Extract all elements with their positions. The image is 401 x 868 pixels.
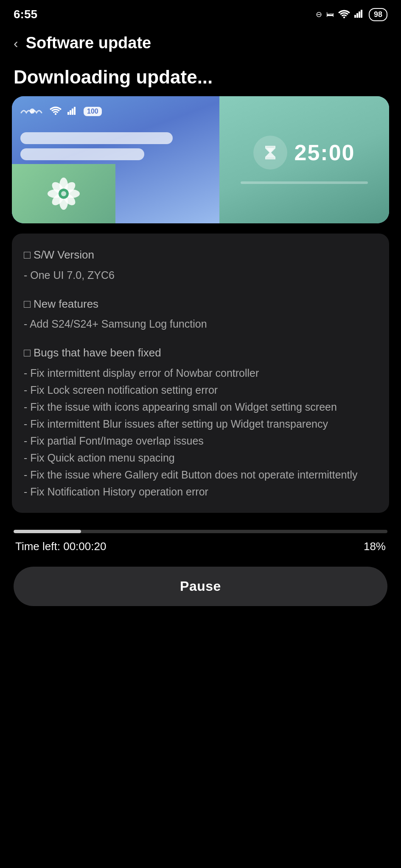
back-button[interactable]: ‹ bbox=[14, 36, 18, 50]
svg-rect-1 bbox=[354, 15, 356, 18]
sleep-icon: 🛏 bbox=[326, 10, 334, 19]
bugs-fixed-content: - Fix intermittent display error of Nowb… bbox=[24, 364, 377, 500]
svg-rect-7 bbox=[67, 112, 69, 115]
status-icons: ⊖ 🛏 98 bbox=[316, 8, 387, 21]
pause-btn-area: Pause bbox=[0, 556, 401, 626]
progress-track bbox=[14, 530, 387, 533]
svg-rect-3 bbox=[359, 11, 360, 18]
preview-flower-area bbox=[12, 164, 115, 223]
svg-point-0 bbox=[343, 16, 345, 18]
preview-top-row: 100 bbox=[20, 105, 211, 118]
svg-rect-10 bbox=[74, 107, 76, 115]
flower-icon bbox=[47, 177, 81, 211]
svg-rect-2 bbox=[356, 13, 358, 18]
preview-left: 100 bbox=[12, 96, 219, 223]
dnd-icon: ⊖ bbox=[316, 10, 322, 19]
svg-rect-4 bbox=[361, 10, 362, 18]
preview-right: 25:00 bbox=[219, 96, 389, 223]
new-features-content: - Add S24/S24+ Samsung Log function bbox=[24, 315, 377, 332]
downloading-title: Downloading update... bbox=[0, 59, 401, 96]
timer-progress-bar bbox=[241, 181, 367, 184]
svg-point-5 bbox=[30, 108, 35, 114]
wifi-icon bbox=[338, 9, 350, 20]
status-time: 6:55 bbox=[14, 8, 37, 21]
sw-version-title: □ S/W Version bbox=[24, 246, 377, 264]
battery-preview: 100 bbox=[84, 107, 102, 116]
release-section-sw-version: □ S/W Version - One UI 7.0, ZYC6 bbox=[24, 246, 377, 284]
svg-rect-8 bbox=[70, 110, 71, 115]
timer-text: 25:00 bbox=[294, 140, 355, 165]
release-section-new-features: □ New features - Add S24/S24+ Samsung Lo… bbox=[24, 295, 377, 333]
bugs-fixed-title: □ Bugs that have been fixed bbox=[24, 344, 377, 362]
hourglass-icon bbox=[262, 144, 279, 161]
samsung-wave-logo bbox=[20, 107, 44, 116]
new-features-title: □ New features bbox=[24, 295, 377, 313]
svg-point-20 bbox=[61, 191, 66, 196]
slider-bar-2 bbox=[20, 148, 144, 160]
battery-indicator: 98 bbox=[369, 8, 387, 21]
sw-version-content: - One UI 7.0, ZYC6 bbox=[24, 267, 377, 284]
svg-rect-23 bbox=[266, 158, 275, 159]
page-title: Software update bbox=[26, 34, 151, 52]
release-notes-card: □ S/W Version - One UI 7.0, ZYC6 □ New f… bbox=[12, 234, 389, 513]
pause-button[interactable]: Pause bbox=[14, 567, 387, 606]
timer-row: 25:00 bbox=[253, 136, 355, 170]
header: ‹ Software update bbox=[0, 25, 401, 59]
slider-bar-1 bbox=[20, 132, 173, 144]
svg-point-6 bbox=[55, 113, 56, 115]
signal-icon bbox=[354, 9, 365, 20]
percent-label: 18% bbox=[364, 540, 386, 553]
release-section-bugs-fixed: □ Bugs that have been fixed - Fix interm… bbox=[24, 344, 377, 500]
wifi-preview-icon bbox=[50, 105, 62, 118]
status-bar: 6:55 ⊖ 🛏 98 bbox=[0, 0, 401, 25]
preview-sliders bbox=[20, 132, 211, 160]
svg-rect-9 bbox=[72, 108, 73, 115]
timer-widget bbox=[253, 136, 287, 170]
progress-labels: Time left: 00:00:20 18% bbox=[14, 540, 387, 553]
progress-area: Time left: 00:00:20 18% bbox=[0, 523, 401, 556]
preview-area: 100 bbox=[12, 96, 389, 223]
time-left-label: Time left: 00:00:20 bbox=[15, 540, 106, 553]
progress-fill bbox=[14, 530, 81, 533]
svg-rect-21 bbox=[266, 147, 275, 147]
signal-preview-icon bbox=[67, 106, 78, 117]
